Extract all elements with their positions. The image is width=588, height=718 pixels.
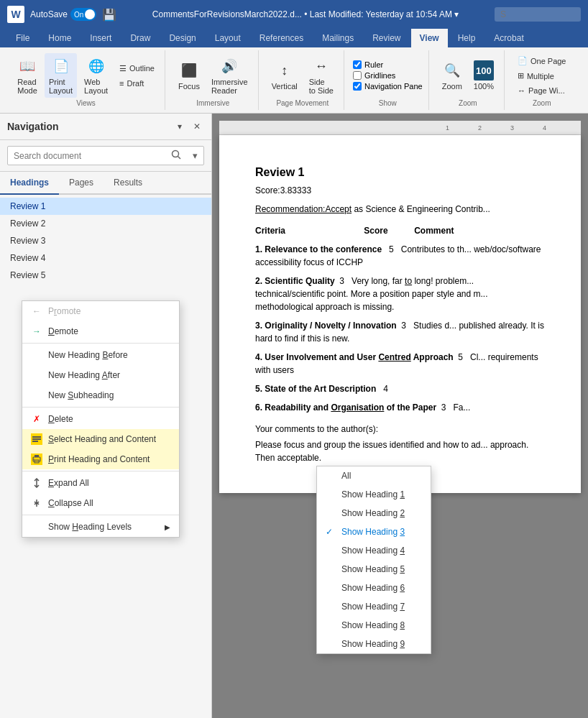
submenu-heading6[interactable]: Show Heading 6 bbox=[317, 579, 431, 597]
submenu-heading5[interactable]: Show Heading 5 bbox=[317, 560, 431, 579]
document-page[interactable]: Review 1 Score:3.83333 Recommendation:Ac… bbox=[219, 135, 581, 493]
submenu-heading8[interactable]: Show Heading 8 bbox=[317, 616, 431, 635]
tab-draw[interactable]: Draw bbox=[121, 29, 159, 47]
nav-item-review3[interactable]: Review 3 bbox=[0, 232, 211, 249]
ctx-new-heading-after[interactable]: New Heading After bbox=[22, 365, 179, 385]
ribbon-content: 📖 ReadMode 📄 PrintLayout 🌐 WebLayout ☰ O… bbox=[0, 47, 588, 114]
submenu-heading2-label: Show Heading 2 bbox=[341, 508, 405, 518]
toolbar-save-icon: 💾 bbox=[102, 8, 116, 22]
tab-design[interactable]: Design bbox=[160, 29, 204, 47]
ctx-sep3 bbox=[22, 471, 179, 471]
tab-acrobat[interactable]: Acrobat bbox=[485, 29, 532, 47]
immersive-reader-button[interactable]: 🔊 ImmersiveReader bbox=[207, 53, 252, 98]
web-layout-button[interactable]: 🌐 WebLayout bbox=[80, 53, 112, 98]
tab-home[interactable]: Home bbox=[40, 29, 80, 47]
ctx-print-heading[interactable]: Print Heading and Content bbox=[22, 449, 179, 469]
nav-item-review5[interactable]: Review 5 bbox=[0, 267, 211, 284]
nav-item-review4[interactable]: Review 4 bbox=[0, 249, 211, 267]
nav-search-area: ▾ bbox=[0, 140, 211, 172]
col-comment: Comment bbox=[414, 224, 545, 237]
tab-view[interactable]: View bbox=[411, 29, 448, 47]
titlebar-search-input[interactable] bbox=[495, 7, 581, 22]
zoom-group-label: Zoom bbox=[459, 99, 477, 107]
show-checkboxes: Ruler Gridlines Navigation Pane bbox=[353, 53, 423, 98]
ctx-sep4 bbox=[22, 515, 179, 515]
tab-layout[interactable]: Layout bbox=[206, 29, 249, 47]
gridlines-checkbox[interactable] bbox=[353, 71, 362, 80]
tab-references[interactable]: References bbox=[251, 29, 312, 47]
read-mode-button[interactable]: 📖 ReadMode bbox=[13, 53, 42, 98]
page-width-button[interactable]: ↔ Page Wi... bbox=[513, 84, 571, 97]
nav-tab-results[interactable]: Results bbox=[104, 172, 152, 193]
read-mode-icon: 📖 bbox=[17, 56, 37, 76]
ctx-new-subheading[interactable]: New Subheading bbox=[22, 385, 179, 405]
page-movement-group-label: Page Movement bbox=[276, 99, 329, 107]
window-buttons: 📄 One Page ⊞ Multiple ↔ Page Wi... bbox=[513, 53, 571, 98]
focus-button[interactable]: ⬛ Focus bbox=[174, 57, 204, 93]
print-layout-button[interactable]: 📄 PrintLayout bbox=[45, 53, 77, 98]
submenu-heading2[interactable]: Show Heading 2 bbox=[317, 504, 431, 523]
table-headers: Criteria Score Comment bbox=[255, 224, 545, 237]
titlebar-filename: CommentsForRevisionsMarch2022.d... • Las… bbox=[122, 9, 489, 19]
immersive-reader-icon: 🔊 bbox=[219, 56, 239, 76]
ribbon-group-zoom: 🔍 Zoom 100 100% Zoom bbox=[432, 50, 505, 110]
recommendation-text: Recommendation:Accept bbox=[255, 204, 352, 214]
col-score: Score bbox=[364, 224, 392, 237]
nav-minimize-button[interactable]: ▾ bbox=[173, 119, 187, 134]
show-group-label: Show bbox=[379, 99, 397, 107]
submenu-heading7[interactable]: Show Heading 7 bbox=[317, 597, 431, 616]
nav-item-review1[interactable]: Review 1 bbox=[0, 198, 211, 215]
ctx-demote[interactable]: → Demote bbox=[22, 321, 179, 341]
ctx-delete-label: Delete bbox=[48, 414, 73, 424]
submenu-all[interactable]: All bbox=[317, 466, 431, 485]
submenu-heading4[interactable]: Show Heading 4 bbox=[317, 541, 431, 560]
svg-point-8 bbox=[33, 459, 35, 460]
nav-tab-pages[interactable]: Pages bbox=[59, 172, 104, 193]
ctx-collapse-all[interactable]: Collapse All bbox=[22, 493, 179, 513]
one-page-button[interactable]: 📄 One Page bbox=[513, 54, 571, 68]
zoom-button[interactable]: 🔍 Zoom bbox=[438, 57, 467, 93]
side-to-side-button[interactable]: ↔ Sideto Side bbox=[305, 53, 338, 98]
zoom-buttons: 🔍 Zoom 100 100% bbox=[438, 53, 498, 98]
nav-pane-checkbox[interactable] bbox=[353, 82, 362, 91]
ctx-show-heading-levels[interactable]: Show Heading Levels ▶ bbox=[22, 517, 179, 537]
immersive-buttons: ⬛ Focus 🔊 ImmersiveReader bbox=[174, 53, 252, 98]
ruler-checkbox[interactable] bbox=[353, 60, 362, 69]
ruler-checkbox-row: Ruler bbox=[353, 60, 383, 69]
autosave-toggle[interactable]: On bbox=[70, 8, 96, 21]
tab-file[interactable]: File bbox=[7, 29, 38, 47]
ctx-show-heading-levels-label: Show Heading Levels bbox=[48, 522, 132, 532]
submenu-heading5-label: Show Heading 5 bbox=[341, 564, 405, 574]
ctx-delete[interactable]: ✗ Delete bbox=[22, 409, 179, 429]
submenu-heading1[interactable]: Show Heading 1 bbox=[317, 485, 431, 504]
ribbon-group-views: 📖 ReadMode 📄 PrintLayout 🌐 WebLayout ☰ O… bbox=[7, 50, 165, 110]
search-dropdown-arrow[interactable]: ▾ bbox=[187, 147, 203, 164]
tab-insert[interactable]: Insert bbox=[81, 29, 120, 47]
comments-text: Please focus and group the issues identi… bbox=[255, 438, 545, 464]
ctx-expand-all[interactable]: Expand All bbox=[22, 473, 179, 493]
search-input[interactable] bbox=[8, 148, 165, 164]
submenu-heading3[interactable]: ✓ Show Heading 3 bbox=[317, 523, 431, 541]
ctx-new-heading-before[interactable]: New Heading Before bbox=[22, 345, 179, 365]
expand-all-icon bbox=[31, 477, 42, 489]
nav-close-button[interactable]: ✕ bbox=[190, 119, 204, 134]
context-menu: ← Promote → Demote New Heading Before Ne… bbox=[22, 300, 180, 538]
nav-tab-headings[interactable]: Headings bbox=[0, 172, 59, 195]
tab-help[interactable]: Help bbox=[449, 29, 484, 47]
doc-recommendation: Recommendation:Accept as Science & Engin… bbox=[255, 203, 545, 216]
submenu-heading7-label: Show Heading 7 bbox=[341, 602, 405, 612]
ctx-new-subheading-label: New Subheading bbox=[48, 390, 114, 400]
tab-review[interactable]: Review bbox=[364, 29, 409, 47]
nav-item-review2[interactable]: Review 2 bbox=[0, 215, 211, 232]
draft-button[interactable]: ≡ Draft bbox=[115, 77, 159, 90]
ctx-new-heading-before-label: New Heading Before bbox=[48, 350, 128, 360]
tab-mailings[interactable]: Mailings bbox=[313, 29, 362, 47]
navigation-panel: Navigation ▾ ✕ ▾ Headings Pages Res bbox=[0, 114, 212, 718]
outline-button[interactable]: ☰ Outline bbox=[115, 62, 159, 75]
ctx-collapse-all-label: Collapse All bbox=[48, 498, 93, 508]
submenu-heading9[interactable]: Show Heading 9 bbox=[317, 635, 431, 653]
ctx-select-heading[interactable]: Select Heading and Content bbox=[22, 429, 179, 449]
zoom-100-button[interactable]: 100 100% bbox=[469, 57, 498, 93]
multiple-pages-button[interactable]: ⊞ Multiple bbox=[513, 69, 571, 83]
vertical-button[interactable]: ↕ Vertical bbox=[267, 57, 302, 93]
